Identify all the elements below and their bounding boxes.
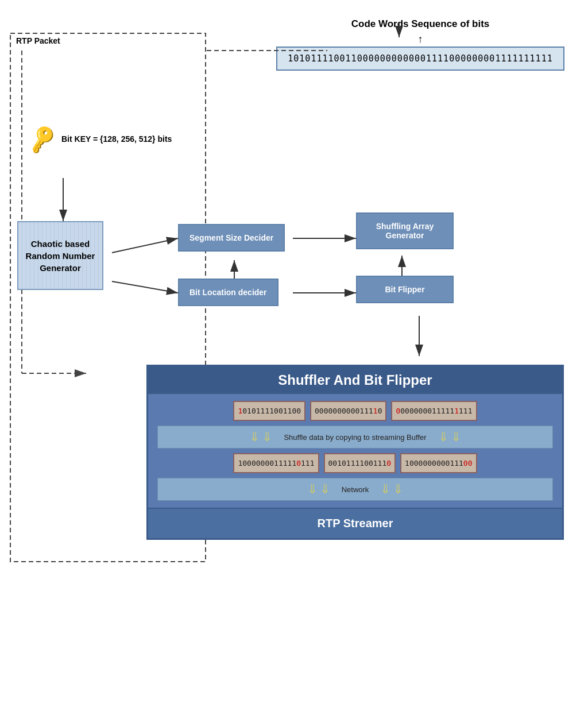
bit-segments-row2: 10000000111110111 00101111001110 1000000… bbox=[157, 453, 553, 473]
bit-segment-2-2: 00101111001110 bbox=[324, 453, 396, 473]
bit-location-decider-box: Bit Location decider bbox=[178, 279, 278, 306]
hollow-arrow-4: ⇓ bbox=[451, 430, 461, 445]
bit-key-label: Bit KEY = {128, 256, 512} bits bbox=[61, 134, 172, 144]
network-arrows-right: ⇓ ⇓ bbox=[380, 482, 403, 497]
bit-string-text: 1010111100110000000000001111000000001111… bbox=[288, 53, 552, 64]
svg-line-3 bbox=[112, 238, 178, 253]
network-label: Network bbox=[342, 485, 369, 494]
rng-box: Chaotic based Random Number Generator bbox=[17, 221, 103, 290]
bit-segment-1-2: 000000000011110 bbox=[310, 401, 386, 421]
bit-string-box: 1010111100110000000000001111000000001111… bbox=[276, 47, 564, 71]
up-arrow-icon: ↑ bbox=[418, 33, 423, 45]
shuffler-section: Shuffler And Bit Flipper 10101111001100 … bbox=[146, 365, 564, 540]
bit-flipper-box: Bit Flipper bbox=[356, 276, 454, 303]
shuffling-array-generator-text: Shuffling Array Generator bbox=[376, 222, 434, 240]
hollow-arrow-2: ⇓ bbox=[262, 430, 272, 445]
network-row: ⇓ ⇓ Network ⇓ ⇓ bbox=[157, 478, 553, 501]
rtp-packet-label: RTP Packet bbox=[16, 36, 60, 45]
bit-segment-1-3: 00000000111111111 bbox=[391, 401, 477, 421]
bit-segment-1-1: 10101111001100 bbox=[233, 401, 305, 421]
bit-segments-row1: 10101111001100 000000000011110 000000001… bbox=[157, 401, 553, 421]
shuffle-arrows-left: ⇓ ⇓ bbox=[249, 430, 272, 445]
segment-size-decider-text: Segment Size Decider bbox=[189, 233, 273, 242]
key-icon: 🔑 bbox=[26, 123, 59, 155]
rtp-streamer: RTP Streamer bbox=[148, 508, 562, 538]
bit-segment-2-1: 10000000111110111 bbox=[233, 453, 319, 473]
hollow-arrow-5: ⇓ bbox=[307, 482, 318, 497]
shuffle-buffer-row: ⇓ ⇓ Shuffle data by copying to streaming… bbox=[157, 426, 553, 449]
bit-location-decider-text: Bit Location decider bbox=[189, 288, 267, 297]
rtp-streamer-text: RTP Streamer bbox=[318, 517, 393, 530]
hollow-arrow-7: ⇓ bbox=[380, 482, 390, 497]
hollow-arrow-3: ⇓ bbox=[438, 430, 448, 445]
rng-box-text: Chaotic based Random Number Generator bbox=[25, 238, 95, 274]
shuffle-arrows-right: ⇓ ⇓ bbox=[438, 430, 461, 445]
code-words-label: Code Words Sequence of bits bbox=[351, 18, 490, 30]
hollow-arrow-1: ⇓ bbox=[249, 430, 260, 445]
svg-line-4 bbox=[112, 281, 178, 293]
network-arrows-left: ⇓ ⇓ bbox=[307, 482, 330, 497]
hollow-arrow-6: ⇓ bbox=[320, 482, 330, 497]
shuffler-title: Shuffler And Bit Flipper bbox=[148, 366, 562, 394]
shuffling-array-generator-box: Shuffling Array Generator bbox=[356, 212, 454, 249]
hollow-arrow-8: ⇓ bbox=[393, 482, 403, 497]
segment-size-decider-box: Segment Size Decider bbox=[178, 224, 285, 252]
shuffle-buffer-label: Shuffle data by copying to streaming Buf… bbox=[284, 433, 426, 442]
bit-flipper-text: Bit Flipper bbox=[385, 285, 424, 294]
bit-segment-2-3: 100000000011100 bbox=[400, 453, 477, 473]
